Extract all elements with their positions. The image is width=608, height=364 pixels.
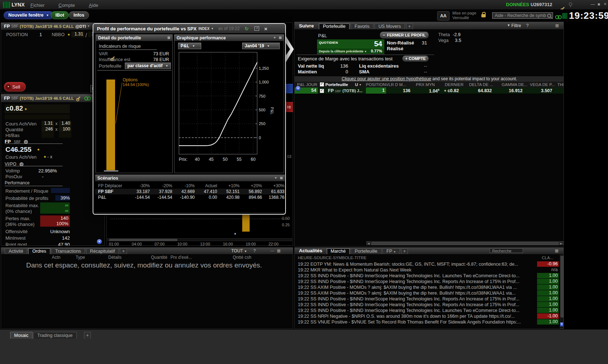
scroll-down-icon[interactable]: ▼ [560, 322, 563, 326]
news-row[interactable]: 19:22 SS INND Positive - $INND InnerScop… [295, 296, 559, 302]
buy-button-fragment[interactable] [286, 84, 293, 93]
grid-icon[interactable]: ▦ [277, 248, 280, 253]
col-qty[interactable]: Quantité [151, 255, 167, 260]
news-row[interactable]: 19:22 SS INND Positive - $INND InnerScop… [295, 279, 559, 284]
news-search-input[interactable] [490, 248, 523, 253]
row-symbol[interactable]: FP SBF (TOTB) J... [328, 88, 363, 93]
news-v-scrollbar[interactable]: ▼ [560, 255, 563, 329]
add-hypothetical-row[interactable]: Cliquez pour ajouter une position hypoth… [295, 76, 564, 82]
news-headline[interactable]: 19:22 SS AXIM Positive - MOMOs ? akmj: $… [298, 285, 535, 290]
font-size-button[interactable]: AA [437, 11, 449, 21]
asset-class-select[interactable]: par classe d'actif▼ [125, 63, 171, 69]
tab-suivre[interactable]: Suivre [299, 23, 314, 29]
news-row[interactable]: 19:22 EOTP YM: News & Momentum Bearish; … [295, 261, 559, 267]
news-headline[interactable]: 19:22 SS INND Positive - $INND InnerScop… [298, 302, 535, 307]
option-detail-header[interactable]: FP SBF (TOTB) Jan18'19 46.5 CALL [1, 94, 105, 102]
minimize-icon[interactable] [168, 37, 170, 39]
col-dernier[interactable]: DERNIER [445, 82, 464, 87]
new-window-button[interactable]: Nouvelle fenêtre▼ [4, 11, 54, 19]
news-headline[interactable]: 19:22 SS INND Positive - $INND InnerScop… [298, 296, 535, 301]
help-icon[interactable]: ? [526, 23, 529, 28]
news-row[interactable]: 19:22 SS VNUE Positive - $VNUE Set To Re… [295, 319, 559, 325]
scroll-right-icon[interactable]: ▶ [559, 241, 563, 245]
scroll-down-button[interactable]: ▼ [295, 86, 301, 91]
menu-fichier[interactable]: Fichier [30, 3, 45, 8]
col-actn[interactable]: Actn [52, 255, 60, 260]
scroll-left-icon[interactable]: ◀ [367, 241, 371, 245]
checkbox-icon[interactable] [320, 82, 324, 86]
sell-button[interactable]: ▼ Sell [4, 82, 26, 91]
grid-icon[interactable]: ▦ [555, 23, 559, 28]
news-headline[interactable]: 19:22 SS NRPI Negative - $NRPI O.S. was … [298, 314, 535, 319]
minimize-icon[interactable]: — [270, 248, 274, 253]
chevron-down-icon[interactable]: ▼ [359, 83, 362, 86]
col-delta[interactable]: DELTA DE ... [469, 82, 493, 87]
col-u[interactable]: U [355, 82, 358, 87]
close-profile-button[interactable]: −FERMER LE PROFIL [380, 31, 429, 39]
news-headline[interactable]: 19:22 SS AXIM Positive - MOMOs ? akmj: $… [298, 291, 535, 296]
tab-recapitulatif[interactable]: Récapitulatif [86, 248, 119, 254]
performance-graph-header[interactable]: Graphique performance ▼ [174, 35, 284, 41]
refresh-icon[interactable]: ↻ [245, 26, 249, 31]
maximize-icon[interactable]: ■ [598, 2, 600, 7]
news-headline[interactable]: 19:22 SS VNUE Positive - $VNUE Set To Re… [298, 320, 535, 325]
scrollbar-thumb[interactable] [109, 239, 177, 241]
tab-add[interactable]: + [120, 248, 127, 254]
news-col-cla[interactable]: CLA... [542, 256, 553, 260]
tab-add[interactable]: + [401, 248, 408, 254]
scrollbar-thumb[interactable] [561, 256, 563, 317]
nbbo-bid[interactable]: 1.31 [71, 31, 84, 37]
metric-select[interactable]: P&L▼ [178, 43, 201, 49]
chevron-down-icon[interactable]: ▼ [211, 27, 214, 30]
close-icon[interactable]: × [264, 26, 267, 32]
checkbox-icon[interactable] [320, 89, 324, 93]
col-details[interactable]: Détails [108, 255, 122, 260]
news-row[interactable]: 19:22 SS AXIM Positive - MOMOs ? akmj: $… [295, 290, 559, 296]
hypothetical-link[interactable]: Cliquez pour ajouter une position hypoth… [342, 76, 431, 81]
col-gamma[interactable]: GAMMA DE... [502, 82, 528, 87]
chevron-down-icon[interactable]: ▼ [273, 36, 276, 39]
since-close-label[interactable]: Depuis la clôture précédente ▼ [319, 50, 367, 53]
scroll-down-button[interactable]: ▼ [97, 239, 102, 244]
tab-ordres[interactable]: Ordres [28, 248, 50, 254]
col-cash[interactable]: Qntté csh [233, 255, 251, 260]
menu-aide[interactable]: Aide [89, 3, 98, 8]
col-vega[interactable]: VEGA DE P... [530, 82, 555, 87]
col-vlr[interactable]: VLR D M... [386, 82, 406, 87]
link-group-icon[interactable] [555, 15, 561, 19]
grid-icon[interactable]: ▦ [555, 248, 558, 253]
col-type[interactable]: Type [76, 255, 85, 260]
bid-value[interactable]: 1.31 [42, 121, 54, 126]
col-position[interactable]: POSITION [366, 82, 386, 87]
news-headline[interactable]: 19:22 EOTP YM: News & Momentum Bearish; … [298, 262, 535, 267]
menu-compte[interactable]: Compte [58, 3, 75, 8]
tab-fp[interactable]: FP ▼ [383, 248, 400, 254]
news-headline[interactable]: 19:22 MKR What to Expect from Natural Ga… [298, 267, 535, 273]
ask-value[interactable]: 1.40 [59, 121, 71, 126]
tab-favoris[interactable]: Favoris [351, 23, 373, 29]
infos-button[interactable]: Infos [69, 11, 89, 19]
news-row[interactable]: 19:22 MKR What to Expect from Natural Ga… [295, 267, 559, 273]
tab-add[interactable]: + [406, 23, 413, 29]
chevron-down-icon[interactable]: ▼ [274, 176, 277, 180]
col-prx[interactable]: PRX MYN [416, 82, 435, 87]
tab-us-movers[interactable]: US Movers [375, 23, 405, 29]
lock-icon[interactable] [481, 14, 486, 17]
tab-mosaic[interactable]: Mosaic [10, 332, 33, 339]
minimize-icon[interactable] [280, 177, 283, 179]
news-row[interactable]: 19:22 SS INND Positive - $INND InnerScop… [295, 273, 559, 279]
news-headline[interactable]: 19:22 SS INND Positive - $INND InnerScop… [298, 279, 535, 284]
option-order-panel-header[interactable]: FP SBF (TOTB) Jan18'19 46.5 CALL @DTI ▼ [1, 23, 105, 30]
col-pnl-day[interactable]: P&L JOUR [297, 82, 317, 87]
settings-wrench-icon[interactable] [77, 97, 81, 100]
account-button[interactable]: + COMPTE [402, 55, 429, 62]
tab-portefeuille-news[interactable]: Portefeuille [351, 248, 381, 254]
sell-button-fragment[interactable]: re [286, 102, 293, 112]
filter-label[interactable]: Filtre [511, 23, 521, 28]
scenarios-header[interactable]: Scénarios ▼ [95, 175, 285, 181]
portfolio-detail-header[interactable]: Détail du portefeuille [96, 35, 172, 41]
position-row[interactable]: 54 FP SBF (TOTB) J... 1 136 1.048 ◆ c0.8… [295, 87, 564, 94]
portfolio-h-scrollbar[interactable]: ◀ ▶ [366, 241, 563, 245]
news-row[interactable]: 19:22 SS NRPI Negative - $NRPI O.S. was … [295, 313, 559, 319]
tab-marche[interactable]: Marché [327, 248, 350, 254]
